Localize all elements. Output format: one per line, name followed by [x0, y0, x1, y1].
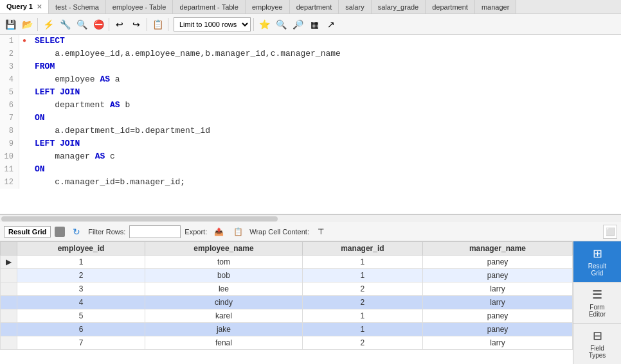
right-panel-item-2[interactable]: ⊟Field Types: [573, 324, 621, 364]
row-indicator: [1, 269, 17, 282]
tab-department---table[interactable]: department - Table: [173, 0, 246, 14]
col-manager-name[interactable]: manager_name: [422, 242, 572, 256]
undo-btn[interactable]: ↩: [112, 17, 127, 32]
sql-line-5[interactable]: 5LEFT JOIN: [0, 86, 621, 99]
table-cell[interactable]: karel: [145, 309, 302, 323]
tab-test---schema[interactable]: test - Schema: [49, 0, 106, 14]
right-panel-item-1[interactable]: ☰Form Editor: [573, 282, 621, 324]
table-row[interactable]: 5karel1paney: [1, 309, 573, 323]
sql-editor[interactable]: 1●SELECT2 a.employee_id,a.employee_name,…: [0, 35, 621, 214]
refresh-btn[interactable]: ↻: [69, 224, 84, 239]
row-indicator: [1, 282, 17, 296]
table-row[interactable]: 3lee2larry: [1, 282, 573, 296]
table-cell[interactable]: lee: [145, 282, 302, 296]
limit-select[interactable]: Limit to 1000 rows: [174, 17, 251, 31]
tab-employee[interactable]: employee: [246, 0, 290, 14]
sql-line-7[interactable]: 7ON: [0, 112, 621, 125]
tab-salary[interactable]: salary: [339, 0, 371, 14]
stop-btn[interactable]: ⛔: [91, 17, 106, 32]
table-row[interactable]: ▶1tom1paney: [1, 256, 573, 269]
open-file-btn[interactable]: 📂: [19, 17, 35, 32]
table-cell[interactable]: 7: [17, 336, 145, 350]
export-btn[interactable]: 📤: [211, 224, 226, 239]
tab-manager[interactable]: manager: [475, 0, 516, 14]
filter-input[interactable]: [129, 225, 181, 238]
table-cell[interactable]: 1: [302, 256, 422, 269]
tab-department[interactable]: department: [290, 0, 339, 14]
sql-line-2[interactable]: 2 a.employee_id,a.employee_name,b.manage…: [0, 48, 621, 60]
table-cell[interactable]: 1: [302, 309, 422, 323]
data-table-container[interactable]: employee_id employee_name manager_id man…: [0, 241, 573, 364]
table-cell[interactable]: 2: [302, 282, 422, 296]
tab-query-1[interactable]: Query 1✕: [0, 0, 49, 14]
options-btn[interactable]: ▦: [307, 17, 322, 32]
editor-scrollbar[interactable]: [0, 214, 621, 222]
table-row[interactable]: 2bob1paney: [1, 269, 573, 282]
table-cell[interactable]: bob: [145, 269, 302, 282]
table-cell[interactable]: 1: [302, 323, 422, 336]
table-cell[interactable]: 5: [17, 309, 145, 323]
format-btn[interactable]: 📋: [150, 17, 165, 32]
search-btn[interactable]: 🔍: [273, 17, 289, 32]
sql-line-12[interactable]: 12 c.manager_id=b.manager_id;: [0, 176, 621, 189]
editor-scrollbar-thumb[interactable]: [1, 216, 278, 221]
table-cell[interactable]: paney: [422, 269, 572, 282]
sql-line-6[interactable]: 6 department AS b: [0, 99, 621, 112]
sql-line-11[interactable]: 11ON: [0, 163, 621, 176]
run-selection-btn[interactable]: 🔧: [57, 17, 73, 32]
table-cell[interactable]: larry: [422, 282, 572, 296]
line-content: department AS b: [30, 99, 130, 112]
sql-line-8[interactable]: 8 a.department_id=b.department_id: [0, 125, 621, 137]
table-cell[interactable]: paney: [422, 256, 572, 269]
sql-line-4[interactable]: 4 employee AS a: [0, 73, 621, 86]
table-row[interactable]: 7fenal2larry: [1, 336, 573, 350]
table-cell[interactable]: 3: [17, 282, 145, 296]
sql-line-3[interactable]: 3FROM: [0, 60, 621, 73]
col-employee-name[interactable]: employee_name: [145, 242, 302, 256]
redo-btn[interactable]: ↪: [129, 17, 144, 32]
tab-close-btn[interactable]: ✕: [37, 3, 42, 10]
search2-btn[interactable]: 🔎: [290, 17, 305, 32]
run-btn[interactable]: ⚡: [40, 17, 56, 32]
tab-employee---table[interactable]: employee - Table: [106, 0, 174, 14]
table-cell[interactable]: 6: [17, 323, 145, 336]
table-cell[interactable]: 2: [302, 336, 422, 350]
result-grid-tab[interactable]: Result Grid: [4, 226, 51, 238]
table-cell[interactable]: jake: [145, 323, 302, 336]
table-cell[interactable]: larry: [422, 336, 572, 350]
tab-department[interactable]: department: [426, 0, 475, 14]
export2-btn[interactable]: 📋: [230, 224, 246, 239]
table-cell[interactable]: 4: [17, 296, 145, 309]
toolbar: 💾 📂 ⚡ 🔧 🔍 ⛔ ↩ ↪ 📋 Limit to 1000 rows ⭐ 🔍…: [0, 14, 621, 35]
sql-line-9[interactable]: 9LEFT JOIN: [0, 137, 621, 150]
expand-btn[interactable]: ⬜: [603, 225, 617, 239]
explain-btn[interactable]: 🔍: [74, 17, 89, 32]
toolbar-sep3: [147, 18, 147, 31]
sql-line-1[interactable]: 1●SELECT: [0, 35, 621, 48]
table-cell[interactable]: 2: [17, 269, 145, 282]
bookmark-btn[interactable]: ⭐: [256, 17, 272, 32]
table-cell[interactable]: cindy: [145, 296, 302, 309]
table-row[interactable]: 6jake1paney: [1, 323, 573, 336]
table-row[interactable]: 4cindy2larry: [1, 296, 573, 309]
table-cell[interactable]: 1: [17, 256, 145, 269]
sql-line-10[interactable]: 10 manager AS c: [0, 150, 621, 163]
table-cell[interactable]: 2: [302, 296, 422, 309]
tab-salary_grade[interactable]: salary_grade: [372, 0, 426, 14]
help-btn[interactable]: ↗: [323, 17, 339, 32]
save-file-btn[interactable]: 💾: [3, 17, 18, 32]
col-manager-id[interactable]: manager_id: [302, 242, 422, 256]
filter-label: Filter Rows:: [88, 228, 125, 236]
table-cell[interactable]: paney: [422, 309, 572, 323]
table-cell[interactable]: tom: [145, 256, 302, 269]
row-indicator: [1, 296, 17, 309]
right-panel-item-0[interactable]: ⊞Result Grid: [573, 241, 621, 282]
line-number: 10: [0, 150, 19, 163]
table-cell[interactable]: 1: [302, 269, 422, 282]
table-cell[interactable]: fenal: [145, 336, 302, 350]
chart-icon[interactable]: [55, 227, 65, 237]
wrap-btn[interactable]: ⊤: [313, 224, 328, 239]
table-cell[interactable]: larry: [422, 296, 572, 309]
table-cell[interactable]: paney: [422, 323, 572, 336]
col-employee-id[interactable]: employee_id: [17, 242, 145, 256]
